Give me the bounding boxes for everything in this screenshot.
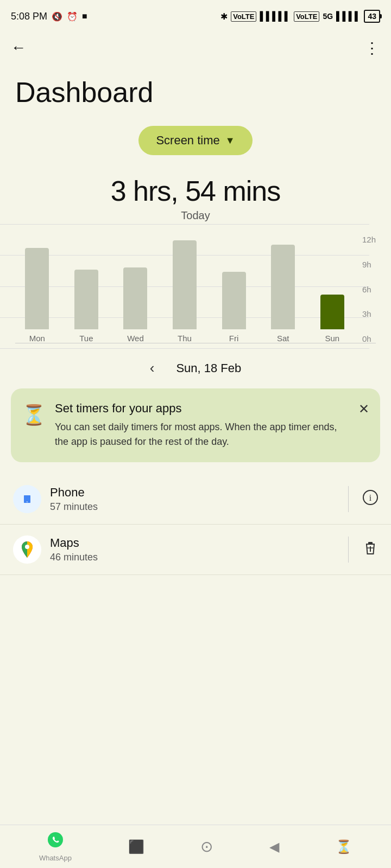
- bar-sat: [271, 245, 295, 329]
- page-title: Dashboard: [0, 65, 391, 117]
- bar-wed: [123, 267, 147, 329]
- bar-label-fri: Fri: [229, 334, 239, 343]
- tips-title: Set timers for your apps: [55, 401, 350, 416]
- screen-time-dropdown[interactable]: Screen time ▼: [138, 126, 252, 155]
- tips-content: Set timers for your apps You can set dai…: [55, 401, 350, 449]
- phone-name: Phone: [50, 486, 334, 500]
- maps-info: Maps46 minutes: [50, 536, 334, 563]
- svg-point-7: [48, 832, 63, 847]
- maps-name: Maps: [50, 536, 334, 550]
- volte-icon: VoLTE: [231, 11, 256, 22]
- timer-icon: ⏳: [22, 404, 46, 426]
- bottom-nav-whatsapp[interactable]: WhatsApp: [39, 832, 72, 862]
- maps-icon: [13, 535, 41, 564]
- signal-icon-1: ▌▌▌▌▌: [260, 11, 291, 21]
- dropdown-arrow-icon: ▼: [225, 135, 235, 146]
- status-left: 5:08 PM 🔇 ⏰ ■: [11, 11, 87, 22]
- screen-time-label: Screen time: [156, 133, 219, 148]
- gridline-0h: [0, 348, 369, 349]
- tips-close-button[interactable]: ✕: [358, 401, 369, 417]
- maps-action-button[interactable]: [363, 540, 378, 559]
- bottom-nav-home[interactable]: ⊙: [200, 838, 213, 856]
- tips-card: ⏳ Set timers for your apps You can set d…: [11, 388, 380, 462]
- chart-bar-tue: Tue: [65, 235, 109, 343]
- app-item-maps: Maps46 minutes: [0, 525, 391, 575]
- y-label-9h: 9h: [362, 260, 376, 269]
- phone-time: 57 minutes: [50, 501, 334, 513]
- bar-thu: [173, 240, 197, 329]
- signal-icon-2: ▌▌▌▌: [336, 11, 361, 21]
- bar-label-thu: Thu: [178, 334, 192, 343]
- bar-label-tue: Tue: [79, 334, 93, 343]
- chart-bar-thu: Thu: [163, 235, 207, 343]
- square-icon: ■: [82, 11, 87, 21]
- chart-bar-mon: Mon: [15, 235, 59, 343]
- square-nav-icon: ⬛: [128, 839, 144, 854]
- weekly-chart: MonTueWedThuFriSatSun 12h9h6h3h0h: [0, 224, 391, 349]
- gridline-12h: [0, 224, 369, 225]
- chart-bar-sat: Sat: [261, 235, 305, 343]
- alarm-icon: ⏰: [67, 11, 78, 22]
- total-time-section: 3 hrs, 54 mins Today: [0, 159, 391, 224]
- bar-mon: [25, 248, 49, 329]
- date-navigation: ‹ Sun, 18 Feb: [0, 349, 391, 382]
- bar-fri: [222, 272, 246, 329]
- phone-divider: [348, 486, 349, 512]
- chart-bar-fri: Fri: [212, 235, 256, 343]
- status-bar: 5:08 PM 🔇 ⏰ ■ ✱ VoLTE ▌▌▌▌▌ VoLTE 5G ▌▌▌…: [0, 0, 391, 30]
- app-list: Phone57 minutesiMaps46 minutes: [0, 469, 391, 580]
- y-label-0h: 0h: [362, 334, 376, 343]
- total-time-value: 3 hrs, 54 mins: [0, 175, 391, 207]
- bar-tue: [74, 270, 98, 329]
- total-time-date-label: Today: [0, 209, 391, 222]
- back-button[interactable]: ←: [11, 39, 26, 56]
- svg-text:i: i: [369, 493, 372, 502]
- status-right: ✱ VoLTE ▌▌▌▌▌ VoLTE 5G ▌▌▌▌ 43: [220, 10, 380, 23]
- y-label-3h: 3h: [362, 309, 376, 318]
- phone-info: Phone57 minutes: [50, 486, 334, 513]
- bottom-nav-square[interactable]: ⬛: [128, 839, 144, 854]
- phone-icon: [13, 485, 41, 513]
- bottom-nav-back[interactable]: ◀: [269, 839, 279, 854]
- back-nav-icon: ◀: [269, 839, 279, 854]
- screen-time-container: Screen time ▼: [0, 117, 391, 159]
- home-nav-icon: ⊙: [200, 838, 213, 856]
- app-item-phone: Phone57 minutesi: [0, 474, 391, 525]
- svg-point-3: [25, 545, 29, 549]
- bottom-nav-bar: WhatsApp ⬛ ⊙ ◀ ⏳: [0, 825, 391, 868]
- chart-bar-sun: Sun: [310, 235, 354, 343]
- y-label-12h: 12h: [362, 235, 376, 244]
- bottom-nav-timer[interactable]: ⏳: [336, 839, 352, 854]
- battery-indicator: 43: [364, 10, 380, 23]
- chart-bars-area: MonTueWedThuFriSatSun: [15, 235, 376, 343]
- mute-icon: 🔇: [52, 11, 62, 22]
- timer-nav-icon: ⏳: [336, 839, 352, 854]
- current-date-label: Sun, 18 Feb: [176, 361, 241, 375]
- bar-label-sat: Sat: [277, 334, 289, 343]
- bar-label-sun: Sun: [325, 334, 339, 343]
- top-nav: ← ⋮: [0, 30, 391, 65]
- phone-action-button[interactable]: i: [363, 490, 378, 509]
- bar-label-wed: Wed: [127, 334, 144, 343]
- maps-time: 46 minutes: [50, 552, 334, 563]
- bar-label-mon: Mon: [29, 334, 45, 343]
- time-label: 5:08 PM: [11, 11, 47, 22]
- bar-sun: [320, 295, 344, 329]
- y-label-6h: 6h: [362, 285, 376, 294]
- chart-y-labels: 12h9h6h3h0h: [362, 235, 376, 343]
- whatsapp-icon: [47, 832, 64, 852]
- chart-bar-wed: Wed: [113, 235, 157, 343]
- maps-divider: [348, 537, 349, 563]
- tips-text: You can set daily timers for most apps. …: [55, 420, 350, 449]
- bluetooth-icon: ✱: [220, 11, 228, 22]
- 5g-label: 5G: [323, 12, 333, 21]
- prev-date-button[interactable]: ‹: [150, 360, 155, 376]
- whatsapp-label: WhatsApp: [39, 854, 72, 862]
- volte-icon-2: VoLTE: [294, 11, 319, 22]
- more-button[interactable]: ⋮: [364, 39, 380, 57]
